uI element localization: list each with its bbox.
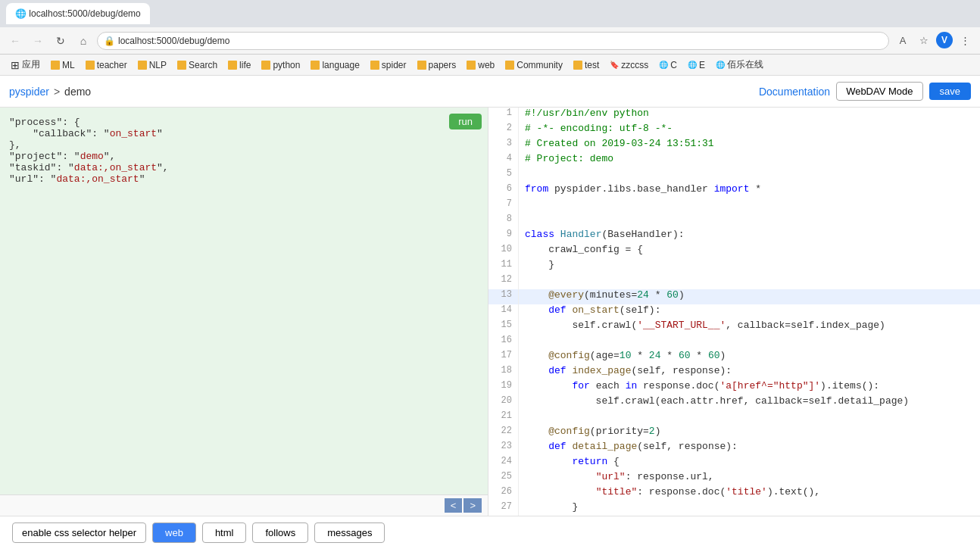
bookmark-community-label: Community [517, 60, 563, 70]
bookmark-apps[interactable]: ⊞ 应用 [6, 57, 45, 73]
code-line-15: 15 self.crawl('__START_URL__', callback=… [488, 320, 980, 335]
next-button[interactable]: > [463, 498, 482, 513]
lock-icon: 🔒 [104, 36, 115, 46]
webdav-button[interactable]: WebDAV Mode [836, 82, 922, 101]
bookmark-search[interactable]: Search [173, 58, 222, 72]
tab-web-button[interactable]: web [152, 522, 196, 543]
breadcrumb: pyspider > demo [9, 86, 91, 98]
code-line-18: 18 def index_page(self, response): [488, 365, 980, 380]
bookmark-teacher-label: teacher [97, 60, 127, 70]
code-line-2: 2 # -*- encoding: utf-8 -*- [488, 123, 980, 138]
address-bar[interactable]: 🔒 localhost:5000/debug/demo [97, 32, 889, 50]
code-line-9: 9 class Handler(BaseHandler): [488, 229, 980, 244]
bookmark-teacher[interactable]: teacher [81, 58, 132, 72]
bookmarks-bar: ⊞ 应用 ML teacher NLP Search life python [0, 55, 980, 76]
bookmark-ml-label: ML [62, 60, 75, 70]
bookmark-python[interactable]: python [257, 58, 304, 72]
profile-avatar[interactable]: V [936, 32, 953, 48]
folder-icon [86, 61, 95, 70]
folder-icon [311, 61, 320, 70]
bookmark-e[interactable]: 🌐 E [683, 58, 710, 72]
bookmark-python-label: python [273, 60, 300, 70]
bookmark-c[interactable]: 🌐 C [654, 58, 682, 72]
left-panel-content[interactable]: run "process": { "callback": "on_start" … [0, 108, 488, 494]
code-line-21: 21 [488, 410, 980, 426]
folder-icon [573, 61, 582, 70]
tab-favicon: 🌐 [15, 8, 27, 19]
breadcrumb-link[interactable]: pyspider [9, 86, 49, 98]
menu-button[interactable]: ⋮ [956, 32, 974, 50]
code-line-14: 14 def on_start(self): [488, 304, 980, 320]
home-button[interactable]: ⌂ [74, 32, 92, 50]
bookmark-zzccss[interactable]: 🔖 zzccss [605, 58, 653, 72]
bookmark-e-label: E [699, 60, 705, 70]
bookmark-language[interactable]: language [306, 58, 364, 72]
url-text: localhost:5000/debug/demo [118, 36, 229, 46]
bookmark-nlp[interactable]: NLP [133, 58, 171, 72]
bookmark-search-label: Search [189, 60, 217, 70]
breadcrumb-current: demo [64, 86, 91, 98]
prev-button[interactable]: < [445, 498, 463, 513]
menu-icon: ⋮ [960, 35, 970, 46]
back-button[interactable]: ← [6, 32, 24, 50]
bookmark-apps-label: 应用 [22, 58, 40, 71]
nav-icons: A ☆ V ⋮ [894, 32, 974, 50]
left-panel-nav: < > [0, 494, 488, 516]
reload-button[interactable]: ↻ [51, 32, 70, 50]
bookmark-papers[interactable]: papers [413, 58, 461, 72]
code-line-1: 1 #!/usr/bin/env python [488, 108, 980, 123]
code-line-8: 8 [488, 214, 980, 229]
bookmark-ml[interactable]: ML [46, 58, 80, 72]
bookmark-life[interactable]: life [223, 58, 255, 72]
bookmark-baihe[interactable]: 🌐 佰乐在线 [711, 57, 768, 73]
page-actions: Documentation WebDAV Mode save [759, 82, 971, 101]
task-json: "process": { "callback": "on_start" }, "… [9, 117, 479, 185]
folder-icon [467, 61, 476, 70]
bookmark-language-label: language [322, 60, 359, 70]
bookmark-test[interactable]: test [569, 58, 604, 72]
bookmark-nlp-label: NLP [149, 60, 167, 70]
translate-icon: A [900, 35, 907, 46]
page-header: pyspider > demo Documentation WebDAV Mod… [0, 76, 980, 108]
run-button[interactable]: run [449, 114, 482, 129]
bookmark-c-label: C [670, 60, 677, 70]
bottom-bar: enable css selector helper web html foll… [0, 516, 980, 549]
bookmark-papers-label: papers [429, 60, 457, 70]
browser-chrome: 🌐 localhost:5000/debug/demo ← → ↻ ⌂ 🔒 lo… [0, 0, 980, 76]
folder-icon [138, 61, 147, 70]
documentation-link[interactable]: Documentation [759, 86, 830, 98]
star-button[interactable]: ☆ [915, 32, 933, 50]
code-editor[interactable]: 1 #!/usr/bin/env python 2 # -*- encoding… [488, 108, 980, 516]
nav-bar: ← → ↻ ⌂ 🔒 localhost:5000/debug/demo A ☆ … [0, 27, 980, 55]
bookmark-favicon: 🌐 [659, 61, 668, 70]
css-helper-button[interactable]: enable css selector helper [12, 522, 146, 543]
tab-title: localhost:5000/debug/demo [29, 8, 140, 19]
folder-icon [370, 61, 379, 70]
folder-icon [51, 61, 60, 70]
translate-button[interactable]: A [894, 32, 912, 50]
tab-html-button[interactable]: html [202, 522, 247, 543]
bookmark-favicon: 🔖 [610, 61, 619, 70]
code-line-25: 25 "url": response.url, [488, 471, 980, 486]
code-line-23: 23 def detail_page(self, response): [488, 441, 980, 456]
bookmark-spider[interactable]: spider [366, 58, 411, 72]
editor-area: run "process": { "callback": "on_start" … [0, 108, 980, 516]
code-line-24: 24 return { [488, 456, 980, 471]
breadcrumb-separator: > [54, 86, 60, 98]
code-line-11: 11 } [488, 259, 980, 274]
code-line-7: 7 [488, 198, 980, 214]
tab-messages-button[interactable]: messages [314, 522, 385, 543]
active-tab[interactable]: 🌐 localhost:5000/debug/demo [6, 3, 150, 24]
left-panel: run "process": { "callback": "on_start" … [0, 108, 488, 516]
tab-follows-button[interactable]: follows [252, 522, 308, 543]
bookmark-community[interactable]: Community [501, 58, 567, 72]
code-line-16: 16 [488, 335, 980, 350]
save-button[interactable]: save [929, 83, 971, 100]
bookmark-zzccss-label: zzccss [621, 60, 648, 70]
code-line-4: 4 # Project: demo [488, 153, 980, 168]
bookmark-web[interactable]: web [462, 58, 499, 72]
forward-button[interactable]: → [29, 32, 47, 50]
bookmark-test-label: test [585, 60, 599, 70]
bookmark-favicon: 🌐 [688, 61, 697, 70]
bookmark-favicon: 🌐 [716, 61, 725, 70]
